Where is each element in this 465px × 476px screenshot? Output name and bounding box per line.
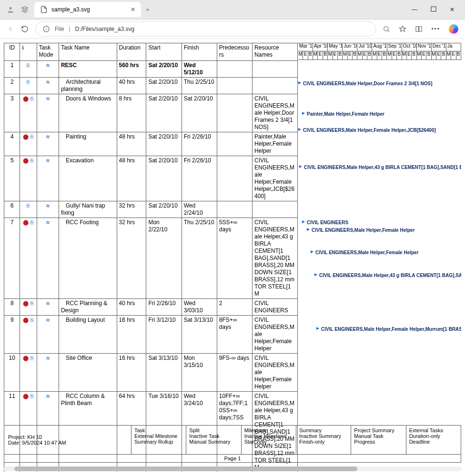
timescale-tick: M: [446, 51, 451, 60]
table-row[interactable]: 5⬤ ⎘≋Excavation48 hrsSat 2/20/10Fri 2/26…: [4, 156, 298, 201]
cell-name: Building Layout: [59, 316, 117, 354]
timescale-tick: M: [417, 51, 422, 60]
cell-name: RESC: [59, 61, 117, 78]
table-row[interactable]: 6⎘≋Gully/ Nani trap fixing32 hrsSat 2/20…: [4, 201, 298, 218]
cell-id: 8: [4, 299, 20, 316]
page-number: Page 1: [4, 454, 461, 462]
legend-item: Duration-only: [409, 433, 458, 439]
legend-item: External Tasks: [409, 427, 458, 433]
table-header-row: ID ℹ Task Mode Task Name Duration Start …: [4, 43, 298, 61]
table-row[interactable]: 4⬤ ⎘≋Painting48 hrsSat 2/20/10Fri 2/26/1…: [4, 132, 298, 156]
gantt-bar-label: CIVIL ENGINEERS: [307, 220, 348, 225]
cell-duration: 32 hrs: [117, 218, 146, 299]
timescale-tick: E: [318, 51, 323, 60]
workspaces-icon[interactable]: [21, 6, 29, 13]
cell-indicators: ⎘: [20, 61, 37, 78]
legend-item: Inactive Milestone: [244, 433, 293, 439]
timescale-month: Dec '10: [432, 43, 446, 51]
timescale-tick: B: [308, 51, 313, 60]
legend-column: External TasksDuration-onlyDeadline: [406, 426, 461, 454]
gantt-bar-label: CIVIL ENGINEERS,Male Helper,43 g BIRLA C…: [304, 165, 461, 170]
col-name[interactable]: Task Name: [59, 43, 117, 61]
cell-finish: Fri 2/26/10: [182, 156, 217, 201]
cell-start: Sat 2/20/10: [146, 201, 182, 218]
tab-title: sample_a3.svg: [51, 6, 90, 13]
auto-schedule-icon: ≋: [46, 317, 50, 323]
split-screen-icon[interactable]: [415, 25, 423, 33]
table-row[interactable]: 8⬤ ⎘≋RCC Planning & Design40 hrsFri 2/26…: [4, 299, 298, 316]
legend-column: TaskExternal MilestoneSummary Rollup: [131, 426, 186, 454]
zoom-icon[interactable]: [383, 25, 390, 33]
browser-tab[interactable]: sample_a3.svg ✕: [34, 2, 141, 17]
timescale-tick: E: [392, 51, 397, 60]
site-info-icon[interactable]: [42, 25, 50, 33]
timescale-tick: E: [407, 51, 412, 60]
timescale-tick: B: [353, 51, 357, 60]
cell-indicators: ⬤ ⎘: [20, 354, 37, 392]
link-icon: ⎘: [30, 158, 34, 163]
window-maximize-button[interactable]: [431, 6, 436, 13]
more-options-button[interactable]: •••: [431, 26, 440, 32]
timescale-tick: B: [367, 51, 372, 60]
auto-schedule-icon: ≋: [46, 203, 50, 208]
auto-schedule-icon: ≋: [46, 134, 50, 139]
cell-pred: [217, 78, 252, 94]
person-icon: ⬤: [23, 219, 29, 225]
back-button[interactable]: [7, 25, 14, 33]
project-sheet: ID ℹ Task Mode Task Name Duration Start …: [4, 43, 461, 472]
col-info[interactable]: ℹ: [20, 43, 37, 61]
address-bar[interactable]: File | D:/Files/sample_a3.svg: [35, 21, 376, 37]
cell-pred: [217, 156, 252, 201]
timescale-tick: M: [432, 51, 436, 60]
cell-mode: ≋: [37, 61, 59, 78]
horizontal-scrollbar[interactable]: [4, 466, 461, 472]
cell-res: [253, 61, 298, 78]
cell-duration: 48 hrs: [117, 132, 146, 156]
col-finish[interactable]: Finish: [182, 43, 217, 61]
col-id[interactable]: ID: [4, 43, 20, 61]
col-pred[interactable]: Predecessors: [217, 43, 252, 61]
cell-duration: 16 hrs: [117, 354, 146, 392]
window-close-button[interactable]: ✕: [450, 6, 455, 13]
col-start[interactable]: Start: [146, 43, 182, 61]
gantt-chart: Mar '10Apr '10May '10Jun '10Jul '10Aug '…: [298, 43, 461, 410]
cell-id: 10: [4, 354, 20, 392]
gantt-bar-marker: ▸: [311, 248, 313, 255]
table-row[interactable]: 9⬤ ⎘≋Building Layout16 hrsFri 3/12/10Sat…: [4, 316, 298, 354]
print-date: Date: 9/5/2024 10:47 AM: [8, 440, 127, 446]
svg-rect-8: [419, 27, 422, 32]
timescale-month: Nov '10: [417, 43, 432, 51]
cell-id: 6: [4, 201, 20, 218]
cell-finish: Mon 3/15/10: [182, 354, 217, 392]
col-duration[interactable]: Duration: [117, 43, 146, 61]
table-row[interactable]: 1⎘≋RESC560 hrsSat 2/20/10Wed 5/12/10: [4, 61, 298, 78]
table-row[interactable]: 7⬤ ⎘≋RCC Footing32 hrsMon 2/22/10Thu 2/2…: [4, 218, 298, 299]
auto-schedule-icon: ≋: [46, 96, 50, 101]
close-tab-icon[interactable]: ✕: [131, 6, 135, 13]
table-row[interactable]: 3⬤ ⎘≋Doors & Windows8 hrsSat 2/20/10Sat …: [4, 94, 298, 132]
favorite-icon[interactable]: [399, 25, 406, 33]
gantt-bar-marker: ▸: [298, 126, 301, 132]
cell-pred: 5SS+∞ days: [217, 218, 252, 299]
auto-schedule-icon: ≋: [46, 300, 50, 306]
cell-mode: ≋: [37, 156, 59, 201]
col-res[interactable]: Resource Names: [253, 43, 298, 61]
col-mode[interactable]: Task Mode: [37, 43, 59, 61]
cell-res: CIVIL ENGINEERS,Male Helper,Female Helpe…: [253, 156, 298, 201]
browser-toolbar: File | D:/Files/sample_a3.svg •••: [0, 20, 465, 39]
info-icon: ℹ: [22, 45, 24, 50]
gantt-bar-label: CIVIL ENGINEERS,Male Helper,Female Helpe…: [315, 250, 419, 255]
cell-finish: Thu 2/25/10: [182, 218, 217, 299]
profile-icon[interactable]: [7, 6, 14, 13]
refresh-button[interactable]: [21, 25, 29, 33]
scrollbar-thumb[interactable]: [14, 466, 357, 471]
new-tab-button[interactable]: ＋: [145, 6, 151, 14]
cell-mode: ≋: [37, 132, 59, 156]
cell-pred: [217, 132, 252, 156]
copilot-icon[interactable]: [449, 24, 458, 34]
table-row[interactable]: 10⬤ ⎘≋Site Office16 hrsSat 3/13/10Mon 3/…: [4, 354, 298, 392]
table-row[interactable]: 2⎘≋Architechtural planning40 hrsSat 2/20…: [4, 78, 298, 94]
url-text: D:/Files/sample_a3.svg: [75, 26, 134, 32]
window-minimize-button[interactable]: ―: [412, 6, 417, 13]
person-icon: ⬤: [23, 158, 29, 163]
